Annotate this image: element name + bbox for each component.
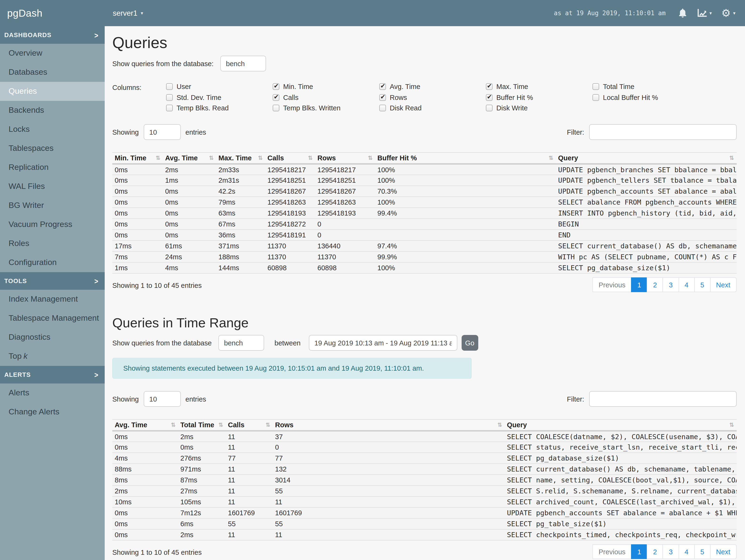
- query-link[interactable]: BEGIN: [556, 219, 737, 230]
- column-header[interactable]: Rows⇅: [273, 419, 505, 431]
- sort-icon[interactable]: ⇅: [729, 422, 734, 428]
- query-link[interactable]: SELECT S.relid, S.schemaname, S.relname,…: [505, 486, 737, 496]
- column-checkbox-option[interactable]: Avg. Time: [379, 83, 486, 90]
- sidebar-item[interactable]: Alerts: [0, 384, 105, 402]
- query-link[interactable]: UPDATE pgbench_tellers SET tbalance = tb…: [556, 175, 737, 186]
- pagination-button[interactable]: 3: [663, 277, 679, 292]
- sidebar-item[interactable]: Tablespace Management: [0, 309, 105, 328]
- query-link[interactable]: SELECT pg_database_size($1): [505, 453, 737, 464]
- column-checkbox-option[interactable]: Disk Read: [379, 104, 486, 112]
- column-checkbox-option[interactable]: Std. Dev. Time: [166, 94, 273, 101]
- sort-icon[interactable]: ⇅: [265, 422, 270, 428]
- checkbox-icon[interactable]: [486, 105, 492, 111]
- pagination-button[interactable]: 4: [678, 544, 694, 559]
- checkbox-icon[interactable]: [273, 105, 279, 111]
- sidebar-item[interactable]: WAL Files: [0, 177, 105, 196]
- settings-menu-button[interactable]: ⚙ ▾: [721, 8, 736, 18]
- column-header[interactable]: Rows⇅: [315, 153, 375, 164]
- checkbox-icon[interactable]: [592, 83, 599, 90]
- column-checkbox-option[interactable]: Local Buffer Hit %: [592, 94, 699, 101]
- sidebar-item[interactable]: Tablespaces: [0, 139, 105, 158]
- time-range-input[interactable]: [309, 335, 457, 351]
- sidebar-section-dashboards[interactable]: DASHBOARDS >: [0, 26, 105, 44]
- query-link[interactable]: INSERT INTO pgbench_history (tid, bid, a…: [556, 208, 737, 219]
- query-link[interactable]: SELECT checkpoints_timed, checkpoints_re…: [505, 529, 737, 540]
- checkbox-icon[interactable]: [166, 94, 173, 101]
- query-link[interactable]: SELECT pg_table_size($1): [505, 518, 737, 529]
- sidebar-item[interactable]: Index Management: [0, 290, 105, 309]
- checkbox-icon[interactable]: [486, 83, 492, 90]
- query-link[interactable]: SELECT current_database() AS db, scheman…: [556, 240, 737, 252]
- pagination-button[interactable]: Next: [710, 544, 737, 559]
- sort-icon[interactable]: ⇅: [548, 155, 553, 161]
- column-checkbox-option[interactable]: Calls: [273, 94, 379, 101]
- checkbox-icon[interactable]: [273, 94, 279, 101]
- query-link[interactable]: END: [556, 230, 737, 240]
- pagination-button[interactable]: Previous: [592, 277, 632, 292]
- sort-icon[interactable]: ⇅: [308, 155, 313, 161]
- column-header[interactable]: Query⇅: [505, 419, 737, 431]
- sidebar-item[interactable]: Queries: [0, 82, 105, 101]
- column-checkbox-option[interactable]: User: [166, 83, 273, 90]
- page-size-input[interactable]: [143, 391, 181, 407]
- query-link[interactable]: SELECT current_database() AS db, scheman…: [505, 464, 737, 474]
- charts-menu-button[interactable]: ▾: [697, 8, 712, 18]
- query-link[interactable]: UPDATE pgbench_branches SET bbalance = b…: [556, 164, 737, 175]
- query-link[interactable]: SELECT COALESCE(datname, $2), COALESCE(u…: [505, 431, 737, 442]
- column-checkbox-option[interactable]: Min. Time: [273, 83, 379, 90]
- sidebar-item[interactable]: Databases: [0, 63, 105, 82]
- checkbox-icon[interactable]: [166, 105, 173, 111]
- column-header[interactable]: Buffer Hit %⇅: [375, 153, 556, 164]
- query-link[interactable]: UPDATE pgbench_accounts SET abalance = a…: [505, 507, 737, 518]
- sort-icon[interactable]: ⇅: [258, 155, 263, 161]
- column-checkbox-option[interactable]: Rows: [379, 94, 486, 101]
- sidebar-item[interactable]: Replication: [0, 158, 105, 177]
- pagination-button[interactable]: 5: [694, 277, 710, 292]
- checkbox-icon[interactable]: [486, 94, 492, 101]
- pagination-button[interactable]: Next: [710, 277, 737, 292]
- column-header[interactable]: Avg. Time⇅: [163, 153, 216, 164]
- column-checkbox-option[interactable]: Buffer Hit %: [486, 94, 592, 101]
- server-selector[interactable]: server1 ▾: [113, 9, 143, 18]
- pagination-button[interactable]: 2: [647, 544, 663, 559]
- query-link[interactable]: SELECT status, receive_start_lsn, receiv…: [505, 442, 737, 453]
- sort-icon[interactable]: ⇅: [219, 422, 223, 428]
- page-size-input[interactable]: [143, 124, 181, 140]
- filter-input[interactable]: [589, 391, 737, 407]
- sidebar-item[interactable]: Overview: [0, 44, 105, 63]
- column-header[interactable]: Query⇅: [556, 153, 737, 164]
- sort-icon[interactable]: ⇅: [156, 155, 160, 161]
- sidebar-item[interactable]: BG Writer: [0, 196, 105, 215]
- sidebar-item[interactable]: Backends: [0, 101, 105, 120]
- query-link[interactable]: UPDATE pgbench_accounts SET abalance = a…: [556, 186, 737, 197]
- column-header[interactable]: Avg. Time⇅: [112, 419, 178, 431]
- checkbox-icon[interactable]: [379, 105, 386, 111]
- column-checkbox-option[interactable]: Temp Blks. Read: [166, 104, 273, 112]
- checkbox-icon[interactable]: [379, 94, 386, 101]
- column-header[interactable]: Min. Time⇅: [112, 153, 163, 164]
- go-button[interactable]: Go: [461, 335, 478, 351]
- sidebar-item[interactable]: Vacuum Progress: [0, 215, 105, 234]
- query-link[interactable]: SELECT archived_count, COALESCE(last_arc…: [505, 496, 737, 507]
- column-header[interactable]: Total Time⇅: [178, 419, 226, 431]
- sidebar-section-tools[interactable]: TOOLS >: [0, 272, 105, 290]
- pagination-button[interactable]: 5: [694, 544, 710, 559]
- column-checkbox-option[interactable]: Disk Write: [486, 104, 592, 112]
- pagination-button[interactable]: 1: [631, 277, 647, 292]
- query-link[interactable]: WITH pc AS (SELECT pubname, COUNT(*) AS …: [556, 252, 737, 262]
- database-input[interactable]: [219, 335, 264, 351]
- column-header[interactable]: Calls⇅: [226, 419, 273, 431]
- query-link[interactable]: SELECT abalance FROM pgbench_accounts WH…: [556, 197, 737, 208]
- checkbox-icon[interactable]: [379, 83, 386, 90]
- pagination-button[interactable]: Previous: [592, 544, 632, 559]
- pagination-button[interactable]: 1: [631, 544, 647, 559]
- sort-icon[interactable]: ⇅: [368, 155, 372, 161]
- sort-icon[interactable]: ⇅: [729, 155, 734, 161]
- column-checkbox-option[interactable]: Temp Blks. Written: [273, 104, 379, 112]
- notifications-bell-button[interactable]: [678, 8, 687, 18]
- filter-input[interactable]: [589, 124, 737, 140]
- sort-icon[interactable]: ⇅: [209, 155, 214, 161]
- sort-icon[interactable]: ⇅: [171, 422, 175, 428]
- sidebar-item[interactable]: Configuration: [0, 253, 105, 272]
- pagination-button[interactable]: 4: [678, 277, 694, 292]
